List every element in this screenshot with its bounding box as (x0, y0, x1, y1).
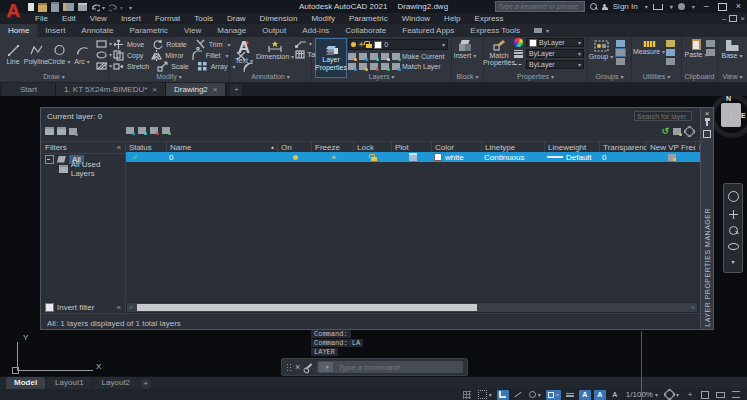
doc-restore-button[interactable] (729, 15, 737, 22)
layer-color-cell[interactable]: white (445, 153, 464, 162)
match-properties-button[interactable]: Match Properties (486, 39, 512, 66)
file-tab-drawing2[interactable]: Drawing2 × (166, 83, 226, 96)
layer-lock-tool[interactable] (381, 53, 389, 60)
ribbon-tab-home[interactable]: Home (0, 24, 37, 37)
ribbon-tab-collaborate[interactable]: Collaborate (337, 24, 394, 37)
navbar-more-caret-icon[interactable]: ▾ (731, 258, 734, 265)
customization-button[interactable] (663, 390, 681, 400)
measure-tool[interactable]: Measure (635, 41, 663, 55)
menu-item-edit[interactable]: Edit (55, 13, 83, 24)
paste-button[interactable]: Paste (685, 39, 707, 58)
layer-walk-tool[interactable] (381, 63, 389, 70)
pan-icon[interactable] (729, 210, 738, 219)
new-vp-freeze-icon[interactable] (668, 154, 676, 161)
menu-item-format[interactable]: Format (148, 13, 187, 24)
layer-on-tool[interactable] (348, 63, 356, 70)
layer-plot-icon[interactable] (409, 153, 417, 161)
group-selection-icon[interactable] (616, 58, 625, 65)
properties-panel-label[interactable]: Properties (484, 72, 587, 82)
ribbon-display-options-button[interactable] (534, 26, 549, 35)
minimize-button[interactable]: – (700, 0, 713, 13)
viewcube-east-label[interactable]: E (741, 112, 746, 119)
clipboard-panel-label[interactable]: Clipboard (682, 72, 717, 82)
autocad-logo[interactable]: A (2, 0, 24, 22)
menu-item-view[interactable]: View (83, 13, 114, 24)
navigation-wheel-icon[interactable] (728, 191, 739, 202)
graphics-performance-toggle[interactable] (714, 390, 727, 400)
layer-name-cell[interactable]: 0 (166, 153, 277, 162)
copy-clip-icon[interactable] (706, 40, 715, 47)
doc-minimize-button[interactable]: – (722, 13, 726, 24)
palette-properties-icon[interactable] (703, 130, 711, 138)
mirror-tool[interactable]: Mirror (151, 50, 183, 61)
command-input[interactable] (336, 362, 461, 373)
command-customize-wrench-icon[interactable] (305, 363, 313, 371)
keyword-search-box[interactable] (495, 1, 585, 12)
object-color-dropdown[interactable]: ByLayer (526, 38, 584, 47)
ribbon-tab-express-tools[interactable]: Express Tools (462, 24, 528, 37)
modify-panel-label[interactable]: Modify (109, 72, 229, 82)
match-layer-button[interactable]: Match Layer (392, 63, 441, 70)
scrollbar-thumb[interactable] (137, 304, 477, 311)
command-drag-handle[interactable] (286, 363, 291, 372)
layer-isolate-tool[interactable] (359, 53, 367, 60)
file-tab-2-close-icon[interactable]: × (213, 83, 218, 96)
layer-on-bulb-icon[interactable] (293, 155, 298, 160)
layer-search-box[interactable] (634, 111, 692, 121)
command-close-icon[interactable]: × (295, 362, 300, 372)
insert-block-tool[interactable]: Insert (454, 40, 476, 59)
trim-tool[interactable]: Trim (195, 39, 231, 50)
annotation-scale-icon[interactable] (609, 390, 621, 400)
annotation-panel-label[interactable]: Annotation (230, 72, 311, 82)
command-recent-icon[interactable] (319, 362, 333, 372)
menu-item-dimension[interactable]: Dimension (253, 13, 305, 24)
stretch-tool[interactable]: Stretch (113, 61, 149, 72)
collapse-bottom-icon[interactable] (117, 303, 121, 312)
sign-in-label[interactable]: Sign In (613, 2, 638, 11)
tree-collapse-icon[interactable] (45, 155, 54, 164)
help-caret-icon[interactable] (690, 2, 695, 11)
doc-close-button[interactable]: × (740, 13, 745, 24)
ribbon-tab-featured-apps[interactable]: Featured Apps (394, 24, 462, 37)
menu-item-modify[interactable]: Modify (304, 13, 342, 24)
cut-icon[interactable] (706, 49, 715, 56)
layer-states-manager-icon[interactable] (69, 128, 77, 135)
layer-color-swatch[interactable] (434, 153, 442, 161)
layout-tab-layout2[interactable]: Layout2 (94, 377, 138, 389)
text-tool[interactable]: A Text (233, 39, 255, 64)
autodesk-app-icon[interactable] (668, 2, 673, 11)
annotation-visibility-toggle[interactable] (579, 390, 591, 400)
layer-unlock-tool[interactable] (370, 63, 378, 70)
menu-item-insert[interactable]: Insert (114, 13, 148, 24)
ribbon-tab-parametric[interactable]: Parametric (121, 24, 176, 37)
quick-select-icon[interactable] (666, 40, 675, 47)
utilities-panel-label[interactable]: Utilities (632, 72, 681, 82)
rotate-tool[interactable]: Rotate (152, 39, 187, 50)
ribbon-tab-view[interactable]: View (176, 24, 209, 37)
file-tab-1[interactable]: 1. KT 5X24m-BIMEDU* × (56, 83, 166, 96)
layer-selector-dropdown[interactable]: ☀ 0 (348, 39, 448, 50)
menu-item-tools[interactable]: Tools (187, 13, 220, 24)
ungroup-icon[interactable] (616, 40, 625, 47)
linetype-dropdown[interactable]: ByLayer (526, 60, 584, 69)
id-point-icon[interactable] (666, 58, 675, 65)
view-panel-label[interactable]: View (718, 72, 747, 82)
layer-settings-icon[interactable] (673, 128, 681, 135)
isolate-objects-toggle[interactable] (699, 390, 711, 400)
menu-item-help[interactable]: Help (437, 13, 467, 24)
new-layer-vp-frozen-icon[interactable] (138, 127, 146, 134)
file-tab-1-close-icon[interactable]: × (152, 83, 157, 96)
groups-panel-label[interactable]: Groups (588, 72, 631, 82)
lineweight-display-toggle[interactable] (564, 390, 576, 400)
zoom-icon[interactable] (729, 226, 738, 235)
group-tool[interactable]: Group (590, 40, 612, 60)
polyline-tool[interactable]: Polyline (25, 44, 47, 65)
layout-tab-layout1[interactable]: Layout1 (47, 377, 91, 389)
new-layer-icon[interactable] (126, 127, 134, 134)
new-drawing-tab-button[interactable]: + (230, 84, 242, 96)
layer-freeze-sun-icon[interactable]: ☀ (330, 154, 336, 161)
block-panel-label[interactable]: Block (452, 72, 483, 82)
layer-lineweight-cell[interactable]: Default (566, 153, 591, 162)
filter-all-used-row[interactable]: All Used Layers (41, 164, 125, 174)
invert-filter-checkbox[interactable] (45, 303, 54, 312)
